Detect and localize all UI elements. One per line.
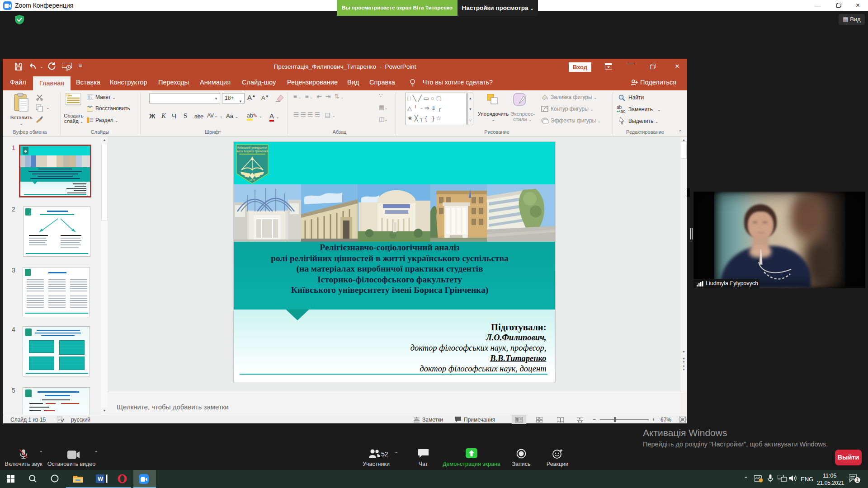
svg-text:1874: 1874 [249,178,255,181]
svg-text:Київський університет: Київський університет [237,146,267,150]
svg-text:імені Бориса Грінченка: імені Бориса Грінченка [236,150,268,153]
